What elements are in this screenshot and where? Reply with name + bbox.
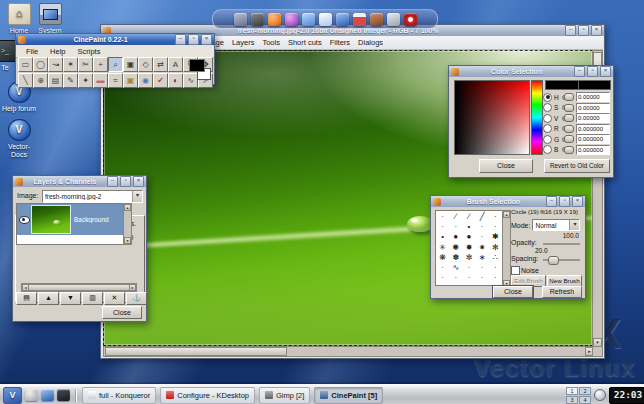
old-color-swatch[interactable] bbox=[579, 81, 611, 89]
hue-strip[interactable] bbox=[531, 80, 543, 155]
color-close-button[interactable]: Close bbox=[479, 159, 533, 173]
noise-checkbox[interactable] bbox=[511, 266, 520, 275]
package-icon[interactable] bbox=[370, 13, 383, 26]
channel-slider[interactable] bbox=[562, 116, 574, 121]
image-select[interactable]: fresh-morning.jpg-2 ▾ bbox=[42, 190, 143, 203]
desktop-icon-system[interactable]: System bbox=[31, 3, 69, 35]
pager-desktop-cell[interactable]: 1 bbox=[566, 387, 578, 395]
brush-cell[interactable]: ✹ bbox=[462, 242, 475, 252]
channel-slider[interactable] bbox=[562, 95, 574, 100]
duplicate-layer-button[interactable]: ▥ bbox=[82, 292, 103, 305]
fuzzy-select-tool-icon[interactable]: ✶ bbox=[63, 57, 78, 72]
raise-layer-button[interactable]: ▲ bbox=[38, 292, 59, 305]
menu-item[interactable]: Filters bbox=[326, 38, 354, 47]
menu-item[interactable]: Dialogs bbox=[354, 38, 387, 47]
scroll-up-arrow[interactable]: ▴ bbox=[503, 211, 510, 218]
blend-tool-icon[interactable]: ▤ bbox=[48, 73, 63, 88]
color-swatch-area[interactable] bbox=[188, 58, 212, 82]
maximize-button[interactable]: ▫ bbox=[559, 196, 570, 207]
brush-cell[interactable]: · bbox=[489, 211, 502, 221]
brush-cell[interactable]: ✺ bbox=[449, 242, 462, 252]
free-select-tool-icon[interactable]: ↝ bbox=[48, 57, 63, 72]
brush-cell[interactable]: ∕ bbox=[449, 211, 462, 221]
brush-opacity-slider[interactable] bbox=[543, 243, 580, 245]
klipper-tray-icon[interactable] bbox=[594, 389, 606, 401]
documents-icon[interactable] bbox=[302, 13, 315, 26]
brush-cell[interactable]: ● bbox=[462, 232, 475, 242]
brush-cell[interactable]: · bbox=[476, 273, 489, 283]
channel-radio[interactable] bbox=[543, 145, 552, 154]
close-button[interactable]: × bbox=[133, 176, 144, 187]
move-tool-icon[interactable]: + bbox=[93, 57, 108, 72]
channel-slider[interactable] bbox=[562, 105, 574, 110]
pager-desktop-cell[interactable]: 3 bbox=[566, 396, 578, 404]
brush-cell[interactable]: ✻ bbox=[489, 242, 502, 252]
brush-spacing-slider[interactable] bbox=[543, 259, 580, 261]
menu-item[interactable]: Scripts bbox=[72, 47, 107, 56]
brush-cell[interactable]: · bbox=[476, 221, 489, 231]
channel-value-field[interactable]: 0.00000 bbox=[576, 103, 610, 113]
brush-cell[interactable]: ✳ bbox=[436, 242, 449, 252]
desktop-icon-vector-docs[interactable]: V Vector- Docs bbox=[0, 119, 38, 158]
slider-thumb[interactable] bbox=[564, 125, 574, 133]
channel-value-field[interactable]: 0.00000 bbox=[576, 113, 610, 123]
new-layer-button[interactable]: ▤ bbox=[16, 292, 37, 305]
brush-cell[interactable]: ∴ bbox=[489, 252, 502, 262]
slider-thumb[interactable] bbox=[564, 104, 574, 112]
brush-cell[interactable]: • bbox=[462, 221, 475, 231]
scissors-tool-icon[interactable]: ✂ bbox=[78, 57, 93, 72]
brush-cell[interactable]: · bbox=[436, 211, 449, 221]
menu-item[interactable]: Help bbox=[44, 47, 71, 56]
brush-cell[interactable]: · bbox=[449, 273, 462, 283]
delete-layer-button[interactable]: ✕ bbox=[104, 292, 125, 305]
file-cabinet-icon[interactable] bbox=[234, 13, 247, 26]
brush-cell[interactable]: ╱ bbox=[476, 211, 489, 221]
maximize-button[interactable]: ▫ bbox=[578, 25, 589, 36]
taskbar-task-button[interactable]: full - Konqueror bbox=[82, 387, 156, 404]
monitor-icon[interactable] bbox=[336, 13, 349, 26]
brush-cell[interactable]: ✱ bbox=[489, 232, 502, 242]
channel-value-field[interactable]: 0.000000 bbox=[576, 134, 610, 144]
ellipse-select-tool-icon[interactable]: ◯ bbox=[33, 57, 48, 72]
brush-cell[interactable]: ✼ bbox=[462, 252, 475, 262]
flip-tool-icon[interactable]: ⇄ bbox=[153, 57, 168, 72]
brush-cell[interactable]: · bbox=[476, 262, 489, 272]
channel-slider[interactable] bbox=[562, 126, 574, 131]
text-tool-icon[interactable]: A bbox=[168, 57, 183, 72]
minimize-button[interactable]: – bbox=[107, 176, 118, 187]
color-picker-tool-icon[interactable]: ╲ bbox=[18, 73, 33, 88]
chat-icon[interactable] bbox=[285, 13, 298, 26]
transform-tool-icon[interactable]: ◇ bbox=[138, 57, 153, 72]
brush-cell[interactable]: ∗ bbox=[476, 252, 489, 262]
blur-tool-icon[interactable]: ◉ bbox=[138, 73, 153, 88]
minimize-button[interactable]: – bbox=[546, 196, 557, 207]
brush-cell[interactable]: ∿ bbox=[449, 262, 462, 272]
minimize-button[interactable]: – bbox=[574, 66, 585, 77]
color-titlebar[interactable]: Color Selection – ▫ × bbox=[449, 66, 613, 77]
slider-thumb[interactable] bbox=[564, 114, 574, 122]
menu-item[interactable]: Layers bbox=[228, 38, 259, 47]
brush-cell[interactable]: · bbox=[436, 221, 449, 231]
smudge-tool-icon[interactable]: ✔ bbox=[153, 73, 168, 88]
taskbar-task-button[interactable]: Gimp [2] bbox=[259, 387, 310, 404]
show-desktop-icon[interactable] bbox=[25, 389, 38, 401]
brush-cell[interactable]: • bbox=[436, 232, 449, 242]
channel-value-field[interactable]: 0.00000 bbox=[576, 92, 610, 102]
scroll-down-arrow[interactable]: ▾ bbox=[124, 237, 131, 244]
layer-row-background[interactable]: Background bbox=[17, 204, 131, 235]
layers-close-button[interactable]: Close bbox=[102, 306, 142, 319]
brush-cell[interactable]: ● bbox=[449, 232, 462, 242]
gimp-icon[interactable] bbox=[251, 13, 264, 26]
taskbar-task-button[interactable]: CinePaint [5] bbox=[314, 387, 383, 404]
pencil-tool-icon[interactable]: ✎ bbox=[63, 73, 78, 88]
channel-slider[interactable] bbox=[562, 137, 574, 142]
lower-layer-button[interactable]: ▼ bbox=[60, 292, 81, 305]
layers-titlebar[interactable]: Layers & Channels – ▫ × bbox=[13, 176, 146, 187]
brush-cell[interactable]: · bbox=[462, 273, 475, 283]
spacing-slider-thumb[interactable] bbox=[548, 256, 559, 265]
scroll-right-arrow[interactable]: ▸ bbox=[129, 284, 136, 291]
channel-radio[interactable] bbox=[543, 93, 552, 102]
rect-select-tool-icon[interactable]: ▭ bbox=[18, 57, 33, 72]
menu-item[interactable]: Short cuts bbox=[284, 38, 326, 47]
slider-thumb[interactable] bbox=[564, 135, 574, 143]
